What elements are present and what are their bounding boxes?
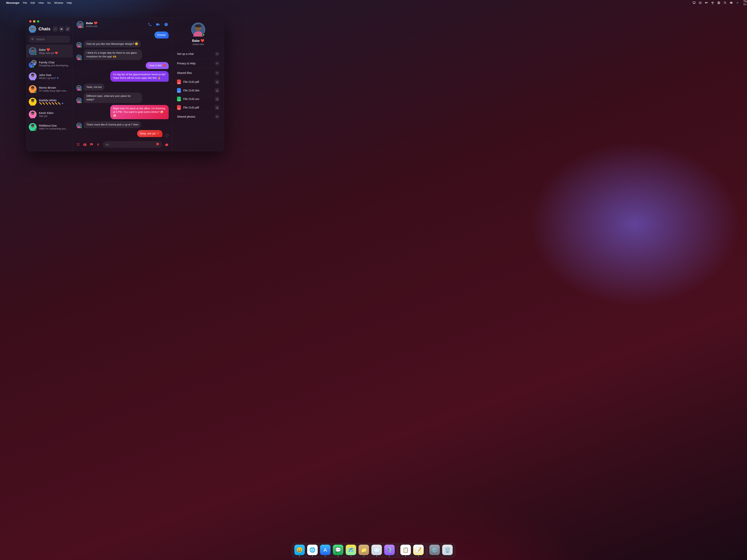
dock-trash[interactable]: 🗑️: [442, 544, 453, 557]
svg-rect-29: [166, 24, 166, 25]
section-shared-files[interactable]: Shared files: [176, 68, 221, 78]
new-video-room-button[interactable]: [59, 26, 64, 31]
message-bubble[interactable]: That's more like it! Gonna pick u up at …: [84, 121, 141, 128]
menu-go[interactable]: Go: [47, 1, 51, 4]
message-bubble[interactable]: Yeah, me too: [84, 84, 104, 90]
dock-podcasts[interactable]: 🎙️: [384, 544, 395, 557]
siri-icon[interactable]: [736, 1, 739, 4]
info-button[interactable]: [164, 22, 168, 27]
download-button[interactable]: [215, 88, 220, 93]
menubar-clock[interactable]: Thu 11:22: [743, 0, 747, 6]
dock-messages[interactable]: 💬: [332, 544, 344, 557]
compose-button[interactable]: [65, 26, 70, 31]
dock-settings[interactable]: ⚙️: [429, 544, 440, 557]
message-input[interactable]: [105, 143, 156, 146]
download-button[interactable]: [215, 80, 220, 84]
voice-call-button[interactable]: [148, 22, 152, 27]
chevron-down-icon: [215, 52, 220, 56]
chat-list-item[interactable]: Family Chat Designing and developing...: [26, 57, 73, 70]
fullscreen-window[interactable]: [37, 20, 39, 23]
details-panel: Babe ❤️ Active now Set up a chat Privacy…: [172, 17, 224, 151]
dock-mail[interactable]: ✉️: [371, 544, 382, 557]
chat-list-item[interactable]: Kevin Klein See ya!: [26, 108, 73, 121]
message-incoming: Different topic, what are your plans for…: [76, 92, 169, 103]
contact-avatar: [29, 123, 36, 131]
volume-mute-icon[interactable]: [705, 1, 708, 4]
messages[interactable]: Howdy!How do you like new Messenger desi…: [73, 31, 172, 139]
emoji-button[interactable]: [156, 142, 159, 146]
section-shared-photos[interactable]: Shared photos: [176, 112, 221, 121]
control-center-icon[interactable]: [730, 1, 733, 4]
camera-button[interactable]: [83, 142, 87, 146]
more-menu-button[interactable]: ⋯: [53, 26, 58, 31]
video-call-button[interactable]: [156, 22, 160, 27]
message-bubble[interactable]: I think it's a huge step for them to use…: [84, 49, 142, 60]
chat-list-item[interactable]: Momo Brown I'm really busy right now...: [26, 83, 73, 95]
section-setup-chat[interactable]: Set up a chat: [176, 49, 221, 58]
dock-reminders[interactable]: 📋: [400, 544, 411, 557]
sidebar: Chats ⋯ Babe ❤️ Okay, see ya! ❤️ Family …: [26, 17, 73, 151]
message-input-wrapper[interactable]: [103, 141, 162, 148]
message-bubble[interactable]: I'm big fan of the glassmorphism trend s…: [110, 71, 169, 81]
message-bubble[interactable]: Right now I'm stuck at the office. I'm f…: [110, 105, 169, 119]
download-button[interactable]: [215, 97, 220, 101]
menu-view[interactable]: View: [38, 1, 44, 4]
shared-file-item[interactable]: DOC File 2142.doc: [176, 86, 221, 95]
message-bubble[interactable]: Okay, see ya! ❤️: [137, 130, 162, 137]
running-indicator: [389, 556, 390, 557]
shared-file-item[interactable]: PDF File 2142.pdf: [176, 78, 221, 86]
message-bubble[interactable]: How do you like new Messenger design? 😊: [84, 41, 141, 48]
wifi-icon[interactable]: [711, 1, 714, 4]
app-menu[interactable]: Messenger: [6, 1, 20, 4]
chat-list-item[interactable]: Rebbeca Doe Hello I'm contacting you...: [26, 121, 73, 133]
menu-file[interactable]: File: [23, 1, 27, 4]
more-actions-button[interactable]: [76, 142, 80, 146]
search-field[interactable]: [29, 36, 70, 43]
chevron-up-icon: [215, 71, 220, 75]
dock-maps[interactable]: 🗺️: [345, 544, 357, 557]
reminders-icon: 📋: [400, 544, 411, 555]
running-indicator: [299, 556, 300, 557]
user-icon[interactable]: [717, 1, 720, 4]
dock-finder[interactable]: 😀: [294, 544, 305, 557]
dock-chrome[interactable]: 🌐: [307, 544, 318, 557]
chat-item-name: Momo Brown: [39, 86, 70, 89]
chat-list-item[interactable]: Matilda White ✏️✏️✏️✏️✏️✏️✏️: [26, 95, 73, 108]
menu-window[interactable]: Window: [54, 1, 63, 4]
photo-button[interactable]: [89, 142, 93, 146]
shared-file-item[interactable]: PDF File 2142.pdf: [176, 103, 221, 112]
like-button[interactable]: [165, 142, 169, 146]
microphone-button[interactable]: [96, 142, 100, 146]
me-avatar[interactable]: [29, 25, 36, 33]
section-label: Shared photos: [177, 115, 195, 118]
download-button[interactable]: [215, 105, 220, 110]
dock-files[interactable]: 📁: [358, 544, 369, 557]
message-bubble[interactable]: I love it tbh! ❤️: [146, 62, 169, 69]
svg-point-8: [724, 2, 726, 3]
dock-appstore[interactable]: A: [319, 544, 331, 557]
chrome-icon: 🌐: [307, 544, 318, 555]
section-privacy-help[interactable]: Privacy & Help: [176, 58, 221, 68]
dock-notes[interactable]: 📝: [413, 544, 424, 557]
search-input[interactable]: [36, 38, 70, 41]
menu-help[interactable]: Help: [67, 1, 72, 4]
menu-edit[interactable]: Edit: [30, 1, 35, 4]
chat-item-preview: ✏️✏️✏️✏️✏️✏️✏️: [39, 102, 70, 105]
details-avatar[interactable]: [191, 23, 205, 36]
chat-header-avatar[interactable]: [77, 21, 84, 28]
airplay-icon[interactable]: [693, 1, 696, 4]
sent-indicator-icon: ✓: [165, 134, 169, 137]
message-bubble[interactable]: Different topic, what are your plans for…: [84, 92, 142, 103]
messages-icon: 💬: [333, 544, 343, 555]
presence-indicator: [35, 53, 37, 55]
chat-list-item[interactable]: John Doe What's up bro?: [26, 70, 73, 83]
close-window[interactable]: [29, 20, 31, 23]
unread-indicator: [57, 77, 58, 79]
message-bubble[interactable]: Howdy!: [154, 31, 169, 38]
spotlight-icon[interactable]: [723, 1, 727, 4]
minimize-window[interactable]: [33, 20, 35, 23]
notes-icon: 📝: [413, 544, 424, 555]
keyboard-input-icon[interactable]: A: [699, 1, 702, 4]
shared-file-item[interactable]: CSV File 2142.csv: [176, 95, 221, 103]
chat-list-item[interactable]: Babe ❤️ Okay, see ya! ❤️: [26, 45, 73, 57]
